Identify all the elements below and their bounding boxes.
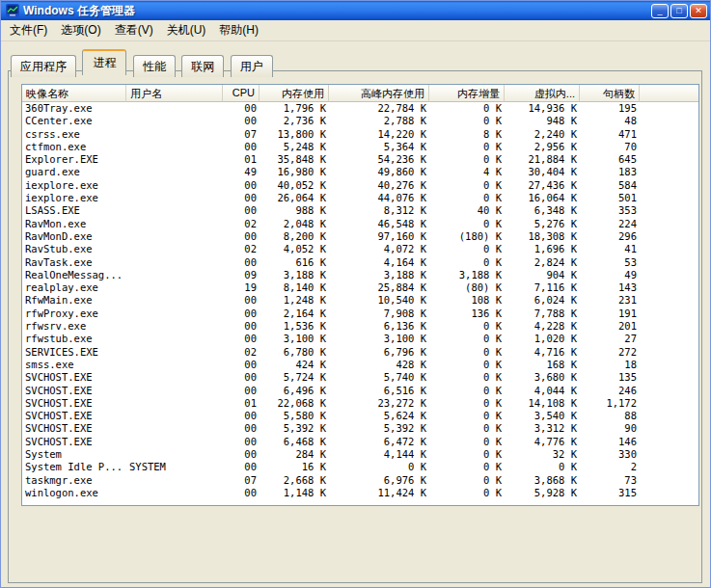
title-bar[interactable]: Windows 任务管理器 _ □ ✕: [1, 1, 710, 20]
cell-cpu: 00: [223, 359, 260, 371]
cell-mem: 16 K: [260, 461, 329, 473]
table-row[interactable]: SERVICES.EXE026,780 K6,796 K0 K4,716 K27…: [22, 346, 698, 359]
column-header-cpu[interactable]: CPU: [223, 85, 260, 102]
table-row[interactable]: CCenter.exe002,736 K2,788 K0 K948 K48: [22, 115, 698, 127]
cell-user: [126, 397, 223, 410]
table-row[interactable]: taskmgr.exe072,668 K6,976 K0 K3,868 K73: [22, 474, 698, 487]
table-row[interactable]: SVCHOST.EXE005,580 K5,624 K0 K3,540 K88: [22, 410, 698, 422]
cell-peak: 49,860 K: [329, 166, 429, 178]
window-controls: _ □ ✕: [651, 4, 707, 18]
cell-vm: 1,696 K: [505, 243, 580, 255]
table-row[interactable]: RavStub.exe024,052 K4,072 K0 K1,696 K41: [22, 243, 698, 255]
cell-filler: [640, 115, 698, 127]
cell-filler: [640, 269, 698, 281]
cell-name: RavTask.exe: [22, 256, 126, 269]
menu-help[interactable]: 帮助(H): [212, 19, 265, 41]
column-header-peak-mem[interactable]: 高峰内存使用: [329, 85, 429, 102]
tab-applications[interactable]: 应用程序: [11, 55, 76, 77]
tab-performance[interactable]: 性能: [133, 55, 176, 77]
table-row[interactable]: LSASS.EXE00988 K8,312 K40 K6,348 K353: [22, 204, 698, 217]
cell-peak: 7,908 K: [329, 307, 429, 320]
table-row[interactable]: iexplore.exe0040,052 K40,276 K0 K27,436 …: [22, 179, 698, 192]
table-row[interactable]: System00284 K4,144 K0 K32 K330: [22, 448, 698, 461]
cell-cpu: 00: [223, 294, 260, 307]
table-row[interactable]: RavMonD.exe008,200 K97,160 K(180) K18,30…: [22, 230, 698, 243]
table-row[interactable]: SVCHOST.EXE005,724 K5,740 K0 K3,680 K135: [22, 371, 698, 384]
table-row[interactable]: RealOneMessag...093,188 K3,188 K3,188 K9…: [22, 269, 698, 281]
cell-user: [126, 371, 223, 384]
cell-vm: 7,116 K: [505, 281, 580, 294]
table-row[interactable]: ctfmon.exe005,248 K5,364 K0 K2,956 K70: [22, 141, 698, 153]
column-header-user-name[interactable]: 用户名: [126, 85, 223, 102]
cell-vm: 3,312 K: [505, 422, 580, 435]
menu-view[interactable]: 查看(V): [108, 19, 160, 41]
cell-cpu: 02: [223, 243, 260, 255]
table-row[interactable]: 360Tray.exe001,796 K22,784 K0 K14,936 K1…: [22, 102, 698, 115]
cell-mem: 3,100 K: [260, 333, 329, 345]
cell-delta: 0 K: [429, 436, 505, 448]
column-header-image-name[interactable]: 映像名称: [22, 85, 126, 102]
cell-filler: [640, 448, 698, 461]
cell-delta: 0 K: [429, 346, 505, 359]
table-row[interactable]: csrss.exe0713,800 K14,220 K8 K2,240 K471: [22, 128, 698, 141]
table-row[interactable]: SVCHOST.EXE0122,068 K23,272 K0 K14,108 K…: [22, 397, 698, 410]
close-button[interactable]: ✕: [690, 4, 707, 18]
cell-filler: [640, 487, 698, 499]
cell-cpu: 00: [223, 320, 260, 333]
menu-file[interactable]: 文件(F): [3, 19, 54, 41]
cell-mem: 616 K: [260, 256, 329, 269]
cell-mem: 13,800 K: [260, 128, 329, 141]
table-row[interactable]: realplay.exe198,140 K25,884 K(80) K7,116…: [22, 281, 698, 294]
cell-peak: 5,624 K: [329, 410, 429, 422]
cell-delta: 0 K: [429, 192, 505, 204]
cell-name: rfwsrv.exe: [22, 320, 126, 333]
table-row[interactable]: rfwstub.exe003,100 K3,100 K0 K1,020 K27: [22, 333, 698, 345]
table-row[interactable]: Explorer.EXE0135,848 K54,236 K0 K21,884 …: [22, 153, 698, 166]
cell-filler: [640, 218, 698, 230]
menu-shutdown[interactable]: 关机(U): [160, 19, 213, 41]
menu-options[interactable]: 选项(O): [54, 19, 107, 41]
cell-handles: 27: [580, 333, 640, 345]
column-header-mem-usage[interactable]: 内存使用: [260, 85, 329, 102]
cell-handles: 90: [580, 422, 640, 435]
table-row[interactable]: rfwProxy.exe002,164 K7,908 K136 K7,788 K…: [22, 307, 698, 320]
cell-filler: [640, 153, 698, 166]
cell-peak: 44,076 K: [329, 192, 429, 204]
table-row[interactable]: RavMon.exe022,048 K46,548 K0 K5,276 K224: [22, 218, 698, 230]
table-row[interactable]: iexplore.exe0026,064 K44,076 K0 K16,064 …: [22, 192, 698, 204]
cell-handles: 246: [580, 385, 640, 397]
cell-handles: 315: [580, 487, 640, 499]
table-row[interactable]: winlogon.exe001,148 K11,424 K0 K5,928 K3…: [22, 487, 698, 499]
table-row[interactable]: RavTask.exe00616 K4,164 K0 K2,824 K53: [22, 256, 698, 269]
minimize-button[interactable]: _: [651, 4, 669, 18]
column-header-mem-delta[interactable]: 内存增量: [429, 85, 505, 102]
table-row[interactable]: System Idle P...SYSTEM0016 K0 K0 K0 K2: [22, 461, 698, 473]
cell-handles: 183: [580, 166, 640, 178]
cell-handles: 146: [580, 436, 640, 448]
cell-mem: 5,392 K: [260, 422, 329, 435]
cell-filler: [640, 102, 698, 115]
cell-peak: 5,364 K: [329, 141, 429, 153]
table-row[interactable]: SVCHOST.EXE006,496 K6,516 K0 K4,044 K246: [22, 385, 698, 397]
table-row[interactable]: smss.exe00424 K428 K0 K168 K18: [22, 359, 698, 371]
table-row[interactable]: rfwsrv.exe001,536 K6,136 K0 K4,228 K201: [22, 320, 698, 333]
tab-processes[interactable]: 进程: [82, 49, 126, 75]
table-row[interactable]: guard.exe4916,980 K49,860 K4 K30,404 K18…: [22, 166, 698, 178]
cell-vm: 32 K: [505, 448, 580, 461]
cell-handles: 73: [580, 474, 640, 487]
cell-handles: 143: [580, 281, 640, 294]
cell-name: SVCHOST.EXE: [22, 410, 126, 422]
maximize-button[interactable]: □: [670, 4, 688, 18]
table-row[interactable]: SVCHOST.EXE006,468 K6,472 K0 K4,776 K146: [22, 436, 698, 448]
cell-cpu: 19: [223, 281, 260, 294]
tab-networking[interactable]: 联网: [181, 55, 224, 77]
column-header-handles[interactable]: 句柄数: [580, 85, 640, 102]
cell-peak: 0 K: [329, 461, 429, 473]
cell-delta: 0 K: [429, 397, 505, 410]
table-row[interactable]: RfwMain.exe001,248 K10,540 K108 K6,024 K…: [22, 294, 698, 307]
column-header-vm-size[interactable]: 虚拟内...: [505, 85, 580, 102]
cell-cpu: 00: [223, 385, 260, 397]
tab-users[interactable]: 用户: [231, 55, 273, 77]
cell-delta: 0 K: [429, 487, 505, 499]
table-row[interactable]: SVCHOST.EXE005,392 K5,392 K0 K3,312 K90: [22, 422, 698, 435]
